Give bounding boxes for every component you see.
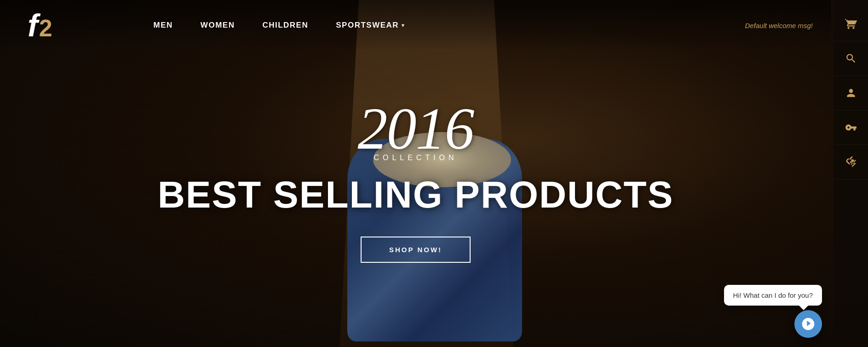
logo[interactable]: f 2 <box>28 10 52 41</box>
nav-item-sportswear[interactable]: SPORTSWEAR ▾ <box>336 21 404 30</box>
hero-section: f 2 MEN WOMEN CHILDREN SPORTSWEAR ▾ Defa… <box>0 0 868 347</box>
account-icon <box>845 87 857 99</box>
welcome-message: Default welcome msg! <box>745 22 813 29</box>
key-icon <box>845 121 857 133</box>
logo-number: 2 <box>39 16 52 40</box>
hero-year: 2016 <box>358 98 474 158</box>
sidebar-icons <box>834 0 868 347</box>
navbar: f 2 MEN WOMEN CHILDREN SPORTSWEAR ▾ Defa… <box>0 0 831 51</box>
nav-item-men[interactable]: MEN <box>154 21 173 30</box>
settings-icon <box>845 156 857 168</box>
chevron-down-icon: ▾ <box>402 22 404 29</box>
key-icon-button[interactable] <box>834 110 868 145</box>
logo-letter: f <box>28 10 38 41</box>
shop-now-button[interactable]: SHOP NOW! <box>361 237 471 263</box>
nav-link-children[interactable]: CHILDREN <box>262 21 308 29</box>
nav-link-sportswear[interactable]: SPORTSWEAR <box>336 21 399 30</box>
settings-icon-button[interactable] <box>834 145 868 179</box>
cart-icon-button[interactable] <box>834 7 868 41</box>
hero-collection: COLLECTION <box>374 154 457 162</box>
chat-icon <box>801 317 816 331</box>
search-icon-button[interactable] <box>834 41 868 76</box>
nav-item-women[interactable]: WOMEN <box>201 21 235 30</box>
cart-icon <box>845 18 857 30</box>
search-icon <box>845 52 857 64</box>
account-icon-button[interactable] <box>834 76 868 110</box>
nav-links: MEN WOMEN CHILDREN SPORTSWEAR ▾ <box>154 21 405 30</box>
nav-item-children[interactable]: CHILDREN <box>262 21 308 30</box>
nav-link-men[interactable]: MEN <box>154 21 173 29</box>
hero-content: 2016 COLLECTION BEST SELLING PRODUCTS SH… <box>0 0 831 347</box>
chat-message: Hi! What can I do for you? <box>733 291 813 299</box>
nav-link-women[interactable]: WOMEN <box>201 21 235 29</box>
chat-bubble: Hi! What can I do for you? <box>724 285 822 306</box>
chat-button[interactable] <box>794 310 822 338</box>
hero-tagline: BEST SELLING PRODUCTS <box>158 176 674 214</box>
